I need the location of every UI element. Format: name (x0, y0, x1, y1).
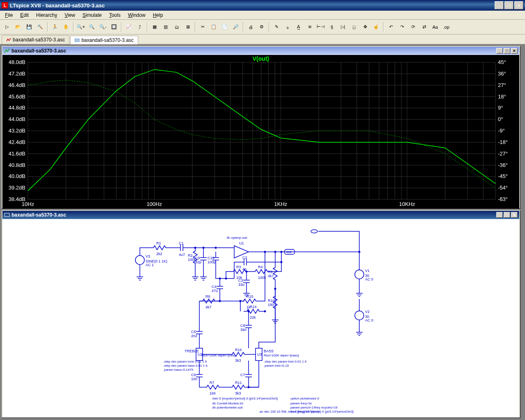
spice-dir-icon[interactable]: .op (441, 22, 452, 32)
draw-wire-icon[interactable]: ✎ (271, 22, 282, 32)
menu-simulate[interactable]: Simulate (79, 11, 105, 19)
zoom-fit-icon[interactable]: 🔍 (87, 22, 97, 32)
svg-text:-45°: -45° (498, 173, 508, 179)
text-icon[interactable]: Aa (430, 22, 441, 32)
capacitor-icon[interactable]: ⊢⊣ (315, 22, 326, 32)
svg-text:C2: C2 (242, 256, 247, 260)
rotate-icon[interactable]: ⟳ (408, 22, 418, 32)
svg-text:100p: 100p (208, 260, 216, 264)
sch-maximize-button[interactable]: □ (504, 212, 510, 218)
plot-maximize-button[interactable]: □ (504, 48, 510, 54)
inductor-icon[interactable]: § (326, 22, 337, 32)
svg-text:R16: R16 (235, 348, 242, 352)
autorange-icon[interactable]: 📈 (123, 22, 134, 32)
menu-view[interactable]: View (61, 11, 78, 19)
menu-help[interactable]: Help (150, 11, 167, 19)
svg-text:-9°: -9° (498, 128, 505, 134)
paste-icon[interactable]: 📄 (219, 22, 230, 32)
run-icon[interactable]: ▷ (2, 22, 12, 32)
svg-point-155 (248, 310, 250, 313)
maximize-button[interactable] (504, 1, 514, 9)
svg-text:42.4dB: 42.4dB (9, 139, 25, 145)
tile-h-icon[interactable]: ▦ (149, 22, 160, 32)
find-icon[interactable]: 🔎 (231, 22, 241, 32)
sch-close-button[interactable]: ✕ (511, 212, 518, 218)
svg-text:-54°: -54° (498, 185, 508, 191)
menu-edit[interactable]: Edit (17, 11, 32, 19)
svg-text:C10: C10 (208, 256, 215, 260)
diode-icon[interactable]: ▷| (338, 22, 348, 32)
tab-schematic[interactable]: baxandall-sa5370-3.asc (70, 36, 138, 44)
label-icon[interactable]: A̲ (293, 22, 304, 32)
svg-point-93 (215, 247, 217, 249)
copy-icon[interactable]: 📋 (208, 22, 219, 32)
svg-text:1k8: 1k8 (210, 391, 216, 395)
svg-text:.lib opamp.sub: .lib opamp.sub (226, 236, 248, 240)
component-icon[interactable]: ⌺ (349, 22, 359, 32)
plot-area[interactable]: V(out)48.0dB47.2dB46.4dB45.6dB44.8dB44.0… (2, 55, 519, 208)
schematic-window-titlebar[interactable]: baxandall-sa5370-3.asc _ □ ✕ (2, 211, 519, 219)
menu-file[interactable]: File (2, 11, 16, 19)
schematic-canvas[interactable]: V3SINE(0 1 1K)AC 1R12k2C14u7R2100kC982pC… (2, 219, 519, 418)
print-setup-icon[interactable]: ⚙ (256, 22, 267, 32)
svg-text:33u: 33u (238, 283, 244, 287)
schematic-area[interactable]: V3SINE(0 1 1K)AC 1R12k2C14u7R2100kC982pC… (2, 219, 519, 418)
svg-text:R3: R3 (236, 265, 241, 269)
svg-text:.param treb=0.18: .param treb=0.18 (264, 364, 289, 368)
zoom-rect-icon[interactable]: 🔲 (109, 22, 119, 32)
resistor-icon[interactable]: ≋ (304, 22, 315, 32)
svg-text:C7: C7 (240, 373, 245, 377)
move-icon[interactable]: ✥ (360, 22, 370, 32)
ground-icon[interactable]: ⏚ (282, 22, 293, 32)
svg-text:45.6dB: 45.6dB (9, 94, 25, 100)
svg-text:82p: 82p (195, 260, 201, 264)
plot-minimize-button[interactable]: _ (496, 48, 503, 54)
redo-icon[interactable]: ↷ (397, 22, 407, 32)
plot-close-button[interactable]: ✕ (511, 48, 518, 54)
svg-text:C5: C5 (191, 330, 196, 334)
tab-plot[interactable]: baxandall-sa5370-3.asc (2, 35, 69, 44)
tab-label: baxandall-sa5370-3.asc (13, 37, 65, 43)
run-sim-icon[interactable]: 🏃 (50, 22, 60, 32)
svg-text:.tran 0 {ncycles*period} 0 {pi: .tran 0 {ncycles*period} 0 {pi/3.14*peri… (212, 397, 278, 400)
cascade-icon[interactable]: 🗂 (171, 22, 182, 32)
svg-text:2n2: 2n2 (191, 334, 197, 338)
svg-text:27°: 27° (498, 82, 506, 88)
svg-text:0°: 0° (498, 116, 503, 122)
tile-v-icon[interactable]: ▥ (160, 22, 171, 32)
cut-icon[interactable]: ✂ (197, 22, 208, 32)
close-button[interactable] (514, 1, 523, 9)
svg-point-114 (219, 278, 221, 280)
svg-text:R9: R9 (268, 270, 273, 274)
close-win-icon[interactable]: ⊠ (183, 22, 193, 32)
open-icon[interactable]: 📂 (13, 22, 23, 32)
hammer-icon[interactable]: 🔨 (35, 22, 46, 32)
svg-text:R8: R8 (205, 294, 210, 299)
drag-icon[interactable]: ☝ (371, 22, 381, 32)
svg-text:180: 180 (268, 303, 274, 307)
svg-point-105 (225, 278, 227, 280)
svg-text:BASS: BASS (264, 349, 274, 353)
zoom-out-icon[interactable]: 🔍- (98, 22, 108, 32)
print-icon[interactable]: 🖨 (245, 22, 256, 32)
sch-minimize-button[interactable]: _ (496, 212, 503, 218)
menu-window[interactable]: Window (125, 11, 149, 19)
zoom-in-icon[interactable]: 🔍+ (75, 22, 86, 32)
svg-text:39n: 39n (240, 328, 247, 332)
save-icon[interactable]: 💾 (24, 22, 34, 32)
plot-window-titlebar[interactable]: baxandall-sa5370-3.asc _ □ ✕ (2, 47, 519, 55)
svg-text:C4: C4 (212, 285, 217, 289)
schematic-window-icon (4, 212, 10, 218)
plot-canvas[interactable]: V(out)48.0dB47.2dB46.4dB45.6dB44.8dB44.0… (2, 55, 519, 208)
mirror-icon[interactable]: ⇄ (419, 22, 429, 32)
svg-text:45°: 45° (498, 59, 506, 65)
menu-hierarchy[interactable]: Hierarchy (33, 11, 60, 19)
svg-text:47.2dB: 47.2dB (9, 71, 25, 77)
undo-icon[interactable]: ↶ (386, 22, 396, 32)
pan-icon[interactable]: ✋ (61, 22, 71, 32)
minimize-button[interactable] (495, 1, 504, 9)
svg-text:C9: C9 (195, 256, 200, 260)
pick-icon[interactable]: ⤴ (135, 22, 145, 32)
menu-tools[interactable]: Tools (106, 11, 124, 19)
svg-point-116 (311, 230, 317, 233)
